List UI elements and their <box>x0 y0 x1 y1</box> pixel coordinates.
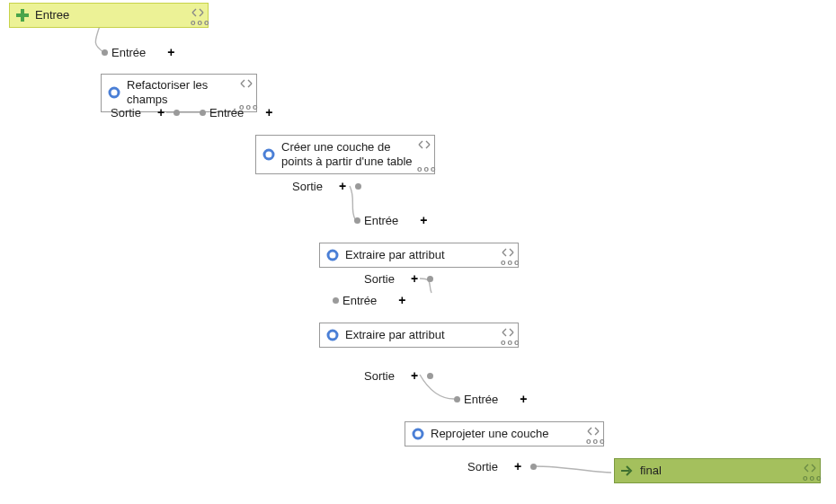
more-icon[interactable]: ooo <box>501 340 515 345</box>
collapse-icon[interactable] <box>191 6 204 15</box>
svg-point-9 <box>331 333 334 337</box>
node-reproject[interactable]: Reprojeter une couche ooo <box>405 421 604 447</box>
node-title: Extraire par attribut <box>345 248 445 262</box>
port-dot <box>354 217 360 224</box>
port-extract2-in[interactable]: Entrée + <box>333 293 406 307</box>
collapse-icon[interactable] <box>587 425 600 434</box>
port-dot <box>173 110 180 116</box>
gear-icon <box>325 248 340 262</box>
port-dot <box>427 373 433 379</box>
collapse-icon[interactable] <box>240 77 253 86</box>
svg-point-5 <box>267 153 271 156</box>
collapse-icon[interactable] <box>502 246 514 255</box>
port-plus-icon[interactable]: + <box>514 459 521 473</box>
port-dot <box>454 396 460 402</box>
collapse-icon[interactable] <box>502 326 514 335</box>
more-icon[interactable]: ooo <box>191 20 205 25</box>
port-extract1-in[interactable]: Entrée + <box>354 213 428 227</box>
port-dot <box>355 183 361 190</box>
arrow-right-icon <box>620 464 635 478</box>
gear-icon <box>107 85 121 100</box>
port-reproj-in[interactable]: Entrée + <box>454 392 528 406</box>
port-plus-icon[interactable]: + <box>167 45 174 59</box>
port-plus-icon[interactable]: + <box>411 368 418 383</box>
port-label: Entrée <box>111 46 146 59</box>
svg-point-11 <box>416 432 420 436</box>
port-label: Sortie <box>111 106 141 119</box>
node-title: Créer une couche de points à partir d'un… <box>281 140 414 170</box>
port-plus-icon[interactable]: + <box>398 293 405 307</box>
more-icon[interactable]: ooo <box>501 260 515 265</box>
port-plus-icon[interactable]: + <box>411 271 418 286</box>
port-plus-icon[interactable]: + <box>157 105 165 119</box>
port-label: Entrée <box>464 393 498 406</box>
port-plus-icon[interactable]: + <box>339 179 346 193</box>
gear-icon <box>262 147 276 162</box>
port-dot <box>427 276 433 282</box>
node-create-layer[interactable]: Créer une couche de points à partir d'un… <box>255 135 435 174</box>
svg-point-3 <box>112 91 116 94</box>
port-label: Entrée <box>342 294 377 307</box>
model-canvas[interactable]: Entree ooo Entrée + Refactoriser les cha… <box>0 0 836 504</box>
port-extract1-out[interactable]: Sortie + <box>364 271 433 286</box>
port-plus-icon[interactable]: + <box>520 392 527 406</box>
more-icon[interactable]: ooo <box>803 475 817 481</box>
node-title: final <box>640 464 662 478</box>
port-create-in[interactable]: Entrée + <box>200 105 273 119</box>
port-label: Sortie <box>292 180 323 193</box>
port-label: Entrée <box>209 106 244 119</box>
port-dot <box>102 49 108 56</box>
node-extract2[interactable]: Extraire par attribut ooo <box>319 323 519 348</box>
svg-rect-1 <box>16 13 29 17</box>
collapse-icon[interactable] <box>804 462 816 471</box>
node-title: Reprojeter une couche <box>431 427 549 441</box>
node-output[interactable]: final ooo <box>614 458 821 483</box>
port-dot <box>530 464 537 470</box>
svg-point-7 <box>331 253 334 257</box>
node-extract1[interactable]: Extraire par attribut ooo <box>319 243 519 268</box>
port-label: Entrée <box>364 214 398 227</box>
port-label: Sortie <box>364 272 395 286</box>
port-label: Sortie <box>364 369 395 383</box>
port-input-in[interactable]: Entrée + <box>102 45 175 59</box>
port-dot <box>333 297 339 304</box>
plus-icon <box>15 8 30 22</box>
port-label: Sortie <box>467 460 498 473</box>
node-title: Extraire par attribut <box>345 328 445 342</box>
node-input[interactable]: Entree ooo <box>9 3 209 28</box>
port-reproj-out[interactable]: Sortie + <box>467 459 537 473</box>
port-plus-icon[interactable]: + <box>420 213 427 227</box>
port-create-out[interactable]: Sortie + <box>292 179 361 193</box>
node-title: Entree <box>35 8 69 22</box>
port-refactor-out[interactable]: Sortie + <box>111 105 180 119</box>
port-dot <box>200 110 206 116</box>
node-title: Refactoriser les champs <box>127 78 236 108</box>
more-icon[interactable]: ooo <box>586 438 600 444</box>
gear-icon <box>411 427 425 441</box>
port-extract2-out[interactable]: Sortie + <box>364 368 433 383</box>
gear-icon <box>325 328 340 342</box>
port-plus-icon[interactable]: + <box>265 105 272 119</box>
collapse-icon[interactable] <box>418 138 431 147</box>
more-icon[interactable]: ooo <box>417 166 431 172</box>
